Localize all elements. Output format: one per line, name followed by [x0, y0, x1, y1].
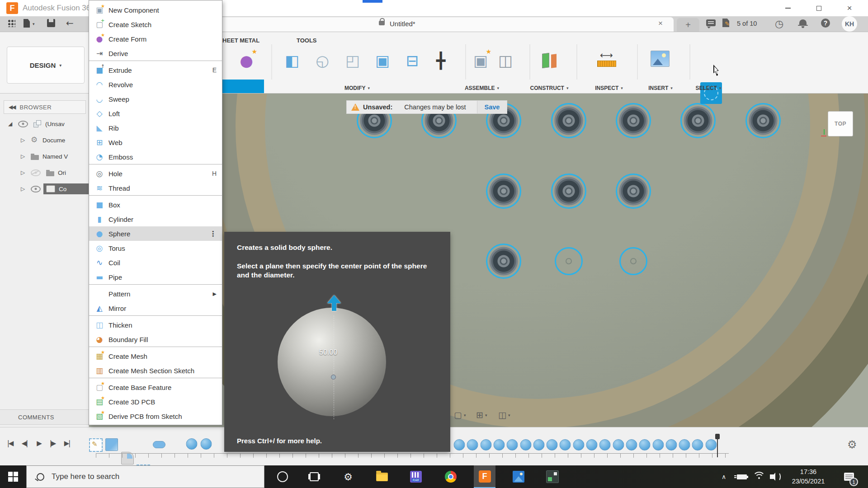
menu-item[interactable]: ▤ ★ Create 3D PCB — [89, 394, 222, 409]
save-icon[interactable] — [47, 19, 55, 27]
ribbon-group-dropdown[interactable]: ASSEMBLE ▾ — [465, 85, 499, 91]
photos-app-icon[interactable] — [508, 465, 529, 488]
taskbar-search[interactable] — [26, 465, 264, 488]
timeline-sphere-feature[interactable] — [507, 439, 518, 450]
tray-expand-icon[interactable]: ∧ — [718, 465, 730, 488]
menu-item[interactable]: ▧ ★ Derive PCB from Sketch — [89, 409, 222, 423]
timeline-sphere-feature[interactable] — [665, 439, 677, 450]
start-button[interactable] — [0, 465, 26, 488]
model-hole[interactable] — [489, 177, 518, 206]
ribbon-tab[interactable]: TOOLS — [297, 37, 317, 44]
create-menu-highlight[interactable] — [222, 80, 264, 93]
browser-tree-row[interactable]: ▷ Ori — [0, 164, 89, 181]
volume-icon[interactable] — [768, 465, 783, 488]
file-explorer-icon[interactable] — [371, 465, 393, 488]
timeline-playback-button[interactable]: |◀ — [7, 439, 13, 447]
expander-icon[interactable]: ◢ — [8, 121, 15, 127]
avatar[interactable]: KH — [842, 16, 857, 32]
notification-center-icon[interactable]: 1 — [839, 465, 859, 488]
restore-button[interactable] — [814, 5, 824, 12]
expander-icon[interactable]: ▷ — [21, 153, 28, 160]
ribbon-tool-button[interactable] — [539, 51, 559, 70]
menu-item[interactable]: Pattern ▶ — [89, 286, 222, 301]
ribbon-group-dropdown[interactable]: CONSTRUCT ▾ — [530, 85, 569, 91]
collapse-panel-icon[interactable]: ◀◀ — [9, 104, 15, 110]
ribbon-tab[interactable]: HEET METAL — [222, 37, 259, 44]
new-document-tab-button[interactable]: + — [677, 18, 699, 32]
model-hole[interactable] — [619, 106, 648, 135]
menu-item[interactable]: ▥ Create Mesh Section Sketch — [89, 363, 222, 378]
menu-item[interactable]: ● ★ Create Form — [89, 32, 222, 46]
search-input[interactable] — [51, 472, 242, 482]
menu-item[interactable]: ⊞ Web — [89, 135, 222, 150]
timeline-playhead[interactable] — [717, 434, 718, 457]
menu-item[interactable]: ▣ ★ New Component — [89, 3, 222, 17]
timeline-sphere-feature[interactable] — [547, 439, 558, 450]
timeline-sphere-feature[interactable] — [692, 439, 703, 450]
file-menu-icon[interactable] — [24, 19, 30, 28]
menu-item[interactable]: ◎ Torus — [89, 241, 222, 255]
timeline-feature-icon[interactable] — [186, 438, 198, 450]
save-button[interactable]: Save — [477, 101, 507, 113]
timeline-feature-icon[interactable] — [89, 438, 103, 452]
menu-item[interactable]: ◣ Rib — [89, 121, 222, 135]
timeline-playback-button[interactable]: ▶ — [37, 439, 41, 447]
menu-item[interactable]: ▮ Cylinder — [89, 212, 222, 226]
menu-item[interactable]: ■ ↑ Extrude E — [89, 63, 222, 77]
cortana-icon[interactable] — [272, 465, 293, 488]
settings-gear-icon[interactable]: ⚙ — [337, 465, 359, 488]
undo-icon[interactable]: ← — [66, 18, 74, 28]
ribbon-tool-button[interactable]: ▣ — [373, 51, 392, 70]
menu-item-options-icon[interactable]: ⋮ — [209, 230, 217, 238]
ribbon-tool-button[interactable]: ◵ — [312, 51, 332, 70]
timeline-sphere-feature[interactable] — [520, 439, 531, 450]
ribbon-group-dropdown[interactable]: INSPECT ▾ — [595, 85, 623, 91]
ribbon-tool-button[interactable]: ◧ — [282, 51, 302, 70]
viewports-button[interactable]: ◫ ▾ — [498, 411, 510, 419]
workspace-selector[interactable]: DESIGN ▾ — [7, 47, 85, 84]
menu-item[interactable]: ◇ Loft — [89, 106, 222, 121]
visibility-eye-icon[interactable] — [31, 186, 41, 192]
menu-item[interactable]: ◭ Mirror — [89, 301, 222, 316]
menu-item[interactable]: ⇥ Derive — [89, 46, 222, 61]
menu-item[interactable]: ▢ + Create Sketch — [89, 17, 222, 32]
job-status-icon[interactable] — [722, 19, 729, 27]
taskbar-clock[interactable]: 17:36 23/05/2021 — [786, 465, 831, 488]
timeline-sphere-feature[interactable] — [493, 439, 505, 450]
browser-tree-row[interactable]: ▷ Named V — [0, 148, 89, 164]
ribbon-tool-button[interactable]: ◫ — [495, 51, 515, 70]
timeline-settings-gear-icon[interactable]: ⚙ — [847, 438, 857, 451]
timeline-sphere-feature[interactable] — [454, 439, 465, 450]
browser-header[interactable]: ◀◀ BROWSER — [4, 100, 86, 114]
menu-item[interactable]: ≋ Thread — [89, 181, 222, 196]
timeline-playback-button[interactable]: ◀| — [22, 439, 28, 447]
ribbon-tool-button[interactable] — [272, 44, 272, 80]
menu-item[interactable]: ◔ Emboss — [89, 150, 222, 164]
ribbon-group-dropdown[interactable]: INSERT ▾ — [648, 85, 673, 91]
timeline-sphere-feature[interactable] — [480, 439, 491, 450]
visibility-eye-icon[interactable] — [18, 121, 28, 127]
menu-item[interactable]: ◡ Sweep — [89, 92, 222, 106]
model-hole[interactable] — [489, 247, 518, 276]
menu-item[interactable]: ◎ Hole H — [89, 166, 222, 181]
expander-icon[interactable]: ▷ — [21, 137, 28, 143]
visibility-eye-icon[interactable] — [31, 169, 41, 176]
timeline-feature-icon[interactable] — [105, 438, 118, 451]
menu-item[interactable]: ◠ Revolve — [89, 77, 222, 92]
ribbon-group-dropdown[interactable]: SELECT ▾ — [696, 85, 722, 91]
ribbon-tool-button[interactable]: ◰ — [343, 51, 363, 70]
job-status-count[interactable]: 5 of 10 — [737, 20, 757, 27]
menu-item[interactable]: ∿ Coil — [89, 255, 222, 270]
menu-item[interactable]: ▬ Pipe — [89, 270, 222, 285]
ribbon-tool-button[interactable] — [596, 51, 616, 70]
viewcube[interactable]: TOP — [828, 111, 853, 136]
model-hole[interactable] — [555, 247, 583, 275]
timeline-sphere-feature[interactable] — [586, 439, 598, 450]
ribbon-tool-button[interactable]: ● — [236, 51, 256, 70]
timeline-playback-button[interactable]: |▶ — [50, 439, 56, 447]
model-hole[interactable] — [619, 247, 647, 275]
menu-item[interactable]: ■ Box — [89, 197, 222, 212]
timeline-feature-icon[interactable] — [201, 438, 212, 450]
winrar-icon[interactable]: RAR — [405, 465, 427, 488]
timeline-sphere-feature[interactable] — [533, 439, 544, 450]
